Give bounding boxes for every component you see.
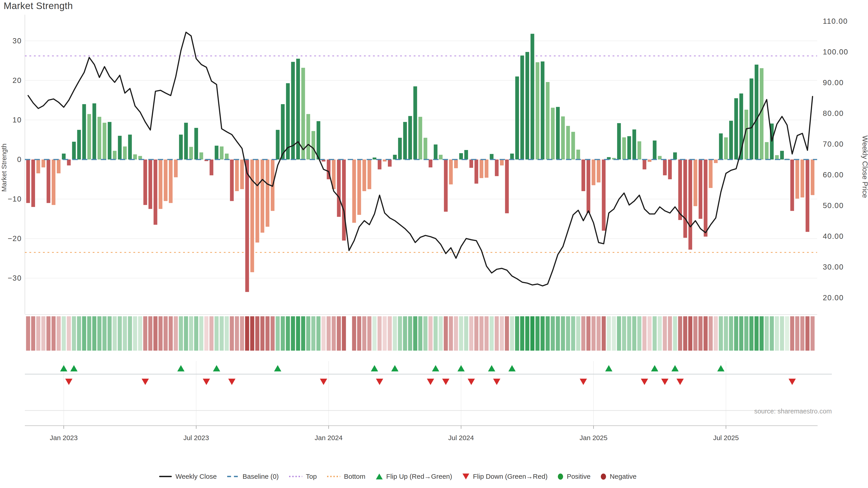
flip-up-marker bbox=[371, 365, 378, 371]
heatmap-cell bbox=[693, 316, 698, 351]
heatmap-cell bbox=[586, 316, 590, 351]
flip-up-marker bbox=[651, 365, 658, 371]
strength-bar bbox=[719, 133, 723, 160]
heatmap-cell bbox=[648, 316, 652, 351]
strength-bar bbox=[194, 128, 198, 160]
strength-bar bbox=[566, 126, 570, 160]
strength-bar bbox=[143, 160, 147, 205]
flip-down-marker bbox=[789, 379, 796, 385]
strength-bar bbox=[755, 65, 758, 160]
strength-bar bbox=[556, 107, 560, 160]
heatmap-cell bbox=[271, 316, 275, 351]
strength-bar bbox=[153, 160, 157, 225]
right-axis-tick: 110.00 bbox=[823, 17, 848, 25]
strength-bar bbox=[424, 138, 428, 160]
heatmap-cell bbox=[749, 316, 753, 351]
strength-bar bbox=[429, 160, 432, 167]
strength-bar bbox=[118, 136, 122, 160]
strength-bar bbox=[653, 140, 657, 160]
heatmap-cell bbox=[31, 316, 35, 351]
heatmap-cell bbox=[724, 316, 728, 351]
heatmap-cell bbox=[811, 316, 815, 351]
heatmap-cell bbox=[673, 316, 677, 351]
heatmap-cell bbox=[301, 316, 305, 351]
heatmap-cell bbox=[220, 316, 224, 351]
flip-down-marker bbox=[427, 379, 434, 385]
strength-bar bbox=[169, 160, 173, 203]
strength-bar bbox=[668, 160, 672, 180]
flip-down-marker bbox=[580, 379, 587, 385]
strength-bar bbox=[362, 160, 366, 191]
heatmap-cell bbox=[373, 316, 377, 351]
heatmap-cell bbox=[143, 316, 147, 351]
legend-swatch bbox=[601, 474, 606, 480]
heatmap-cell bbox=[561, 316, 565, 351]
heatmap-cell bbox=[245, 316, 249, 351]
heatmap-cell bbox=[638, 316, 642, 351]
heatmap-cell bbox=[276, 316, 280, 351]
heatmap-cell bbox=[469, 316, 473, 351]
legend-label: Baseline (0) bbox=[243, 473, 279, 480]
heatmap-cell bbox=[398, 316, 402, 351]
legend-label: Negative bbox=[610, 473, 636, 480]
legend-item-flip-down-green-red: Flip Down (Green→Red) bbox=[463, 473, 548, 480]
heatmap-cell bbox=[296, 316, 300, 351]
heatmap-cell bbox=[566, 316, 570, 351]
heatmap-cell bbox=[546, 316, 550, 351]
strength-bar bbox=[464, 150, 468, 160]
strength-bar bbox=[638, 141, 641, 160]
heatmap-cell bbox=[168, 316, 173, 351]
strength-bar bbox=[62, 154, 66, 160]
heatmap-cell bbox=[744, 316, 748, 351]
strength-bar bbox=[439, 155, 442, 160]
flip-up-marker bbox=[60, 365, 67, 371]
heatmap-cell bbox=[495, 316, 499, 351]
heatmap-cell bbox=[729, 316, 733, 351]
heatmap-cell bbox=[709, 316, 713, 351]
strength-bar bbox=[52, 160, 56, 205]
strength-bar bbox=[678, 160, 682, 220]
heatmap-cell bbox=[393, 316, 397, 351]
heatmap-cell bbox=[739, 316, 743, 351]
legend-label: Top bbox=[306, 473, 317, 480]
heatmap-cell bbox=[158, 316, 162, 351]
heatmap-cell bbox=[632, 316, 636, 351]
heatmap-cell bbox=[454, 316, 458, 351]
x-axis-tick: Jul 2025 bbox=[713, 434, 739, 442]
strength-bar bbox=[704, 160, 708, 236]
strength-bar bbox=[67, 160, 71, 165]
heatmap-cell bbox=[429, 316, 433, 351]
right-axis-label: Weekly Close Price bbox=[861, 135, 868, 198]
strength-bar bbox=[87, 114, 91, 160]
x-axis-tick: Jan 2025 bbox=[580, 434, 608, 442]
heatmap-cell bbox=[434, 316, 438, 351]
strength-bar bbox=[255, 160, 259, 242]
strength-bar bbox=[31, 160, 35, 207]
strength-bar bbox=[113, 151, 117, 160]
right-axis-tick: 90.00 bbox=[823, 78, 844, 87]
strength-bar bbox=[266, 160, 270, 227]
legend-swatch bbox=[327, 476, 340, 477]
heatmap-cell bbox=[688, 316, 692, 351]
strength-bar bbox=[469, 160, 473, 168]
strength-bar bbox=[77, 130, 81, 160]
heatmap-cell bbox=[500, 316, 504, 351]
strength-bar bbox=[41, 160, 45, 167]
strength-bar bbox=[189, 147, 193, 160]
heatmap-cell bbox=[97, 316, 101, 351]
left-axis-label: Market Strength bbox=[0, 143, 8, 192]
strength-bar bbox=[480, 160, 484, 178]
source-note: source: sharemaestro.com bbox=[754, 408, 832, 415]
heatmap-cell bbox=[423, 316, 428, 351]
strength-bar bbox=[245, 160, 249, 292]
left-axis-tick: 10 bbox=[12, 116, 22, 124]
strength-bar bbox=[393, 155, 397, 160]
strength-bar bbox=[311, 131, 315, 160]
strength-bar bbox=[688, 160, 692, 250]
left-axis-tick: 20 bbox=[12, 76, 22, 85]
strength-bar bbox=[378, 160, 381, 169]
heatmap-cell bbox=[57, 316, 61, 351]
heatmap-cell bbox=[576, 316, 580, 351]
strength-bar bbox=[434, 144, 438, 160]
heatmap-cell bbox=[133, 316, 137, 351]
